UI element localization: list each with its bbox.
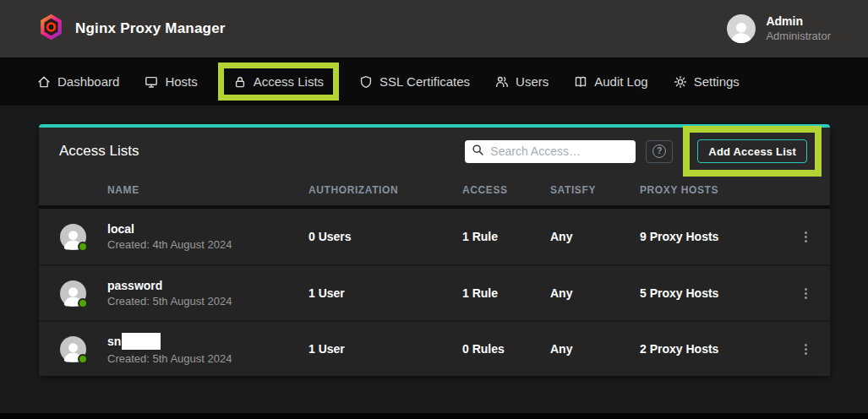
book-icon [574, 75, 587, 89]
user-name: Admin [766, 14, 831, 30]
proxy-hosts-value: 9 Proxy Hosts [640, 230, 781, 243]
main-nav: Dashboard Hosts Access Lists SSL Certifi… [0, 57, 868, 106]
row-menu-button[interactable] [781, 226, 830, 248]
shield-icon [359, 75, 373, 89]
user-avatar [727, 14, 756, 43]
column-header-access: ACCESS [462, 184, 550, 196]
access-value: 1 Rule [462, 286, 550, 300]
access-lists-panel: Access Lists ? Add Access List [39, 124, 830, 376]
access-value: 0 Rules [462, 342, 550, 356]
search-icon [472, 144, 484, 160]
app-logo-icon [39, 14, 63, 44]
table-row: sn Created: 5th August 2024 1 User 0 Rul… [39, 320, 830, 376]
nav-item-settings[interactable]: Settings [674, 74, 740, 89]
column-header-name: NAME [107, 184, 308, 196]
table-row: password Created: 5th August 2024 1 User… [39, 264, 830, 320]
row-menu-button[interactable] [781, 283, 830, 304]
user-menu[interactable]: Admin Administrator [727, 14, 831, 43]
page-title: Access Lists [59, 143, 139, 160]
authorization-value: 0 Users [308, 230, 462, 243]
search-box [465, 140, 636, 163]
user-role: Administrator [766, 30, 831, 43]
satisfy-value: Any [550, 286, 640, 300]
app-title: Nginx Proxy Manager [75, 20, 226, 37]
authorization-value: 1 User [308, 342, 462, 356]
nav-item-dashboard[interactable]: Dashboard [37, 74, 119, 89]
access-value: 1 Rule [462, 230, 550, 243]
window-bottom-edge [0, 413, 868, 419]
table-row: local Created: 4th August 2024 0 Users 1… [39, 209, 830, 264]
annotation-highlight-access-lists: Access Lists [218, 63, 339, 101]
gear-icon [674, 75, 687, 89]
lock-icon [233, 75, 247, 89]
redaction-box [122, 333, 161, 350]
column-header-satisfy: SATISFY [550, 184, 640, 196]
app-header: Nginx Proxy Manager Admin Administrator [0, 0, 868, 57]
search-input[interactable] [490, 144, 629, 158]
table-header: NAME AUTHORIZATION ACCESS SATISFY PROXY … [39, 175, 830, 205]
authorization-value: 1 User [308, 286, 462, 300]
avatar [60, 336, 86, 362]
help-button[interactable]: ? [646, 140, 673, 163]
proxy-hosts-value: 2 Proxy Hosts [640, 342, 781, 356]
panel-header: Access Lists ? Add Access List [39, 128, 830, 175]
question-circle-icon: ? [652, 144, 666, 158]
avatar [60, 224, 86, 250]
created-date: Created: 5th August 2024 [107, 295, 308, 307]
brand: Nginx Proxy Manager [39, 14, 226, 44]
content-area: Access Lists ? Add Access List [0, 106, 868, 419]
access-list-name: sn [107, 335, 121, 348]
row-menu-button[interactable] [781, 339, 830, 360]
nav-item-hosts[interactable]: Hosts [145, 74, 197, 89]
add-access-list-button[interactable]: Add Access List [697, 139, 807, 163]
annotation-highlight-add-button: Add Access List [683, 126, 822, 177]
status-online-dot [78, 298, 88, 308]
status-online-dot [78, 242, 88, 252]
column-header-authorization: AUTHORIZATION [308, 184, 462, 196]
proxy-hosts-value: 5 Proxy Hosts [640, 286, 781, 300]
users-icon [495, 75, 509, 89]
satisfy-value: Any [550, 342, 640, 356]
created-date: Created: 4th August 2024 [107, 238, 308, 251]
created-date: Created: 5th August 2024 [107, 352, 308, 365]
access-list-name: password [107, 279, 162, 292]
nav-item-ssl-certificates[interactable]: SSL Certificates [359, 74, 470, 89]
avatar [60, 280, 86, 307]
home-icon [37, 75, 51, 89]
nav-item-audit-log[interactable]: Audit Log [574, 74, 647, 89]
nav-item-access-lists[interactable]: Access Lists [233, 74, 324, 89]
status-online-dot [78, 354, 88, 364]
nav-item-users[interactable]: Users [495, 74, 549, 89]
monitor-icon [145, 75, 158, 89]
access-list-name: local [107, 222, 134, 236]
column-header-proxy-hosts: PROXY HOSTS [640, 184, 781, 196]
satisfy-value: Any [550, 230, 640, 243]
